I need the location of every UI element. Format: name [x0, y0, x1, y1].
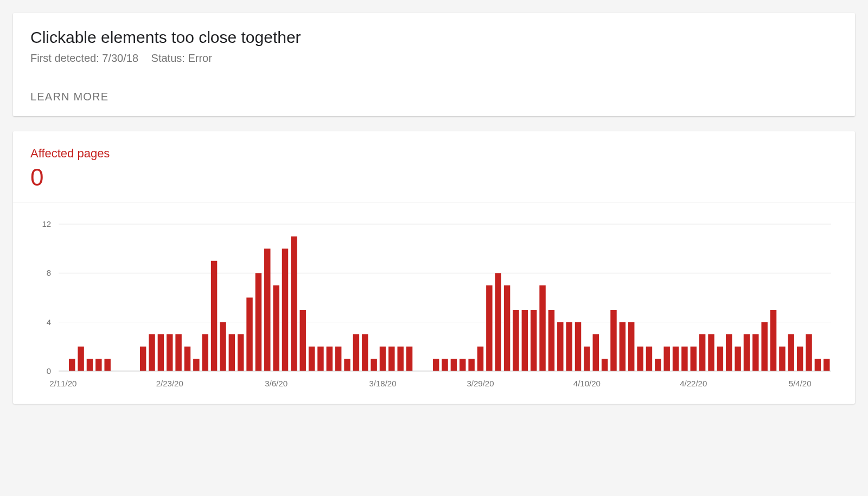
chart-bar	[317, 347, 323, 371]
chart-bar	[539, 285, 545, 371]
metric-value: 0	[30, 164, 838, 191]
chart-bar	[788, 334, 794, 371]
chart-bar	[211, 261, 217, 371]
chart-bar	[362, 334, 368, 371]
chart-bar	[610, 310, 616, 371]
chart-bar	[717, 347, 723, 371]
chart-bar	[699, 334, 705, 371]
chart-bar	[637, 347, 643, 371]
chart-bar	[566, 322, 572, 371]
svg-text:3/29/20: 3/29/20	[467, 379, 494, 388]
chart-bar	[238, 334, 244, 371]
chart-bar	[504, 285, 510, 371]
issue-header-card: Clickable elements too close together Fi…	[13, 13, 855, 116]
chart-bar	[273, 285, 279, 371]
chart-bar	[95, 359, 101, 371]
chart-bar	[673, 347, 679, 371]
chart-header: Affected pages 0	[13, 131, 855, 202]
chart-bar	[291, 237, 297, 371]
chart-bar	[620, 322, 626, 371]
chart-bar	[646, 347, 652, 371]
chart-bar	[522, 310, 528, 371]
chart-bar	[459, 359, 465, 371]
svg-text:2/11/20: 2/11/20	[49, 379, 76, 388]
chart-bar	[69, 359, 75, 371]
learn-more-link[interactable]: LEARN MORE	[30, 91, 108, 103]
status-label: Status:	[151, 52, 185, 64]
first-detected-value: 7/30/18	[102, 52, 138, 64]
chart-bar	[531, 310, 537, 371]
chart-bar	[548, 310, 554, 371]
chart-bar	[486, 285, 492, 371]
chart-bar	[468, 359, 474, 371]
chart-bar	[744, 334, 750, 371]
chart-bar	[140, 347, 146, 371]
chart-bar	[220, 322, 226, 371]
chart-bar	[824, 359, 829, 371]
chart-bar	[628, 322, 634, 371]
chart-bar	[388, 347, 394, 371]
first-detected-label: First detected:	[30, 52, 99, 64]
chart-bar	[691, 347, 697, 371]
chart-bar	[663, 347, 669, 371]
chart-bar	[309, 347, 315, 371]
chart-bar	[513, 310, 519, 371]
chart-bar	[726, 334, 732, 371]
chart-bar	[655, 359, 661, 371]
chart-bar	[451, 359, 457, 371]
chart-bar	[353, 334, 359, 371]
chart-bar	[806, 334, 812, 371]
chart-bar	[175, 334, 181, 371]
chart-bar	[602, 359, 608, 371]
svg-text:4/10/20: 4/10/20	[573, 379, 601, 388]
chart-bar	[193, 359, 199, 371]
svg-text:0: 0	[47, 366, 51, 376]
svg-text:4: 4	[47, 317, 51, 327]
chart-bar	[149, 334, 155, 371]
chart-bar	[708, 334, 714, 371]
chart-bar	[584, 347, 590, 371]
chart-bar	[158, 334, 164, 371]
chart-card: Affected pages 0 048122/11/202/23/203/6/…	[13, 131, 855, 404]
chart-bar	[752, 334, 758, 371]
chart-bar	[433, 359, 439, 371]
chart-bar	[371, 359, 376, 371]
status-value: Error	[188, 52, 212, 64]
chart-bar	[815, 359, 821, 371]
chart-bar	[797, 347, 803, 371]
chart-bar	[184, 347, 190, 371]
svg-text:12: 12	[42, 219, 51, 228]
chart-bar	[761, 322, 767, 371]
chart-bar	[299, 310, 305, 371]
status: Status: Error	[151, 52, 212, 64]
svg-text:3/6/20: 3/6/20	[265, 379, 288, 388]
affected-pages-chart: 048122/11/202/23/203/6/203/18/203/29/204…	[26, 219, 842, 393]
svg-text:2/23/20: 2/23/20	[156, 379, 183, 388]
issue-title: Clickable elements too close together	[30, 28, 838, 47]
chart-bar	[264, 249, 270, 371]
chart-bar	[229, 334, 235, 371]
svg-text:3/18/20: 3/18/20	[369, 379, 396, 388]
chart-bar	[477, 347, 483, 371]
chart-bar	[398, 347, 404, 371]
chart-bar	[335, 347, 341, 371]
chart-bar	[202, 334, 208, 371]
chart-bar	[282, 249, 288, 371]
svg-text:4/22/20: 4/22/20	[680, 379, 707, 388]
chart-bar	[344, 359, 350, 371]
chart-bar	[779, 347, 785, 371]
chart-bar	[87, 359, 93, 371]
chart-bar	[575, 322, 581, 371]
chart-bar	[442, 359, 448, 371]
svg-text:8: 8	[47, 268, 51, 277]
chart-bar	[256, 273, 261, 371]
chart-bar	[557, 322, 563, 371]
metric-label: Affected pages	[30, 147, 838, 161]
svg-text:5/4/20: 5/4/20	[789, 379, 812, 388]
issue-meta-row: First detected: 7/30/18 Status: Error	[30, 52, 838, 65]
chart-bar	[167, 334, 173, 371]
chart-bar	[593, 334, 599, 371]
chart-bar	[104, 359, 110, 371]
first-detected: First detected: 7/30/18	[30, 52, 142, 64]
chart-bar	[327, 347, 333, 371]
